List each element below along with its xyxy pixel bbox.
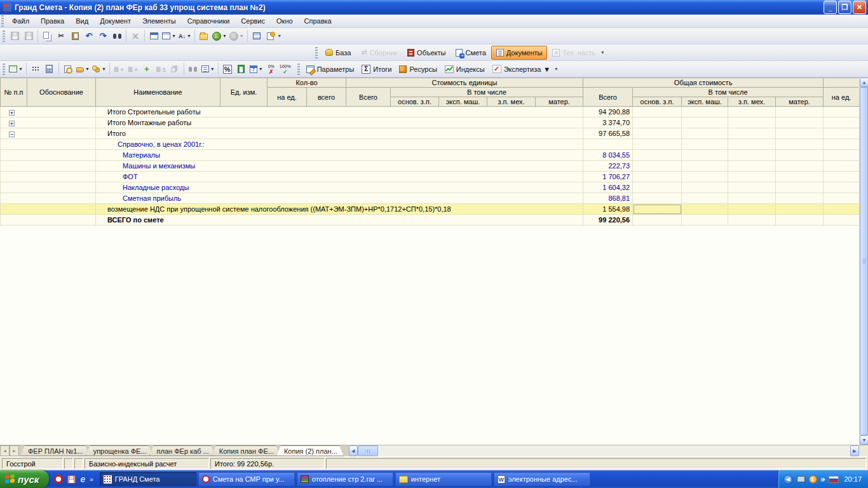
quick-launch-overflow-icon[interactable]: » bbox=[90, 476, 93, 483]
menu-edit[interactable]: Правка bbox=[35, 15, 70, 27]
restore-button[interactable]: ❐ bbox=[838, 1, 851, 14]
up-level-button[interactable] bbox=[197, 29, 211, 43]
price-button[interactable]: ▼ bbox=[75, 62, 91, 76]
internet-explorer-icon[interactable]: e bbox=[80, 474, 85, 484]
copy-row-button[interactable]: 🗍 bbox=[168, 62, 182, 76]
table-row[interactable]: Справочно, в ценах 2001г.: bbox=[1, 139, 860, 150]
expand-minus-icon[interactable]: − bbox=[9, 132, 15, 137]
toolbar-grip[interactable] bbox=[3, 30, 5, 42]
expand-plus-icon[interactable]: + bbox=[9, 121, 15, 126]
opera-icon[interactable] bbox=[54, 475, 63, 484]
resources-button[interactable]: Ресурсы bbox=[395, 62, 440, 76]
row-name[interactable]: Сметная прибыль bbox=[96, 193, 583, 204]
grid-view-button[interactable] bbox=[29, 62, 43, 76]
toolbar-grip[interactable] bbox=[315, 47, 318, 58]
toolbar-overflow-button[interactable]: ▾ bbox=[278, 34, 281, 37]
sort-button[interactable]: А↓▼ bbox=[177, 29, 193, 43]
add-section-button[interactable]: 🗎+ bbox=[126, 62, 140, 76]
menu-help[interactable]: Справка bbox=[299, 15, 337, 27]
start-button[interactable]: пуск bbox=[0, 470, 49, 488]
scroll-left-button[interactable]: ◀ bbox=[349, 445, 358, 456]
percent-button[interactable]: % bbox=[220, 62, 234, 76]
split-window-button[interactable] bbox=[250, 29, 264, 43]
search-position-button[interactable] bbox=[186, 62, 200, 76]
row-total[interactable]: 1 554,98 bbox=[583, 204, 633, 215]
scroll-down-button[interactable]: ▼ bbox=[860, 435, 868, 445]
nav-base-button[interactable]: База bbox=[320, 46, 356, 60]
toolbar-grip[interactable] bbox=[1, 15, 4, 27]
row-name[interactable]: Итого Монтажные работы bbox=[96, 118, 583, 128]
table-row[interactable]: − Итого 97 665,58 bbox=[1, 128, 860, 139]
forward-button[interactable]: →▼ bbox=[228, 29, 245, 43]
menu-view[interactable]: Вид bbox=[70, 15, 94, 27]
view-table-button[interactable]: ▼ bbox=[161, 29, 177, 43]
copy-button[interactable] bbox=[40, 29, 54, 43]
tab-scroll-left-button[interactable]: ◄ bbox=[0, 445, 10, 456]
keyboard-layout-flag-icon[interactable] bbox=[829, 476, 839, 483]
row-name[interactable]: Справочно, в ценах 2001г.: bbox=[96, 139, 583, 150]
tab-scroll-right-button[interactable]: ► bbox=[10, 445, 19, 456]
row-total[interactable]: 222,73 bbox=[583, 161, 633, 172]
delete-button[interactable]: ✕ bbox=[128, 29, 142, 43]
volume-icon[interactable]: 🕪 bbox=[821, 475, 825, 484]
tray-hide-icon[interactable]: ◀ bbox=[783, 475, 793, 484]
taskbar-button-grand-smeta[interactable]: ГРАНД Смета bbox=[100, 472, 196, 486]
nav-documents-button[interactable]: Документы bbox=[491, 46, 548, 60]
horizontal-scrollbar[interactable]: ◀ ▶ bbox=[349, 445, 868, 456]
notification-icon[interactable]: 1 bbox=[809, 475, 817, 484]
nav-tech-button[interactable]: AТех. часть bbox=[547, 46, 600, 60]
row-total[interactable]: 1 706,27 bbox=[583, 172, 633, 182]
sheet-tab-active[interactable]: Копия (2) план... bbox=[276, 445, 344, 456]
expertise-button[interactable]: ✓Экспертиза▼ bbox=[489, 62, 555, 76]
taskbar-button-winrar[interactable]: отопление стр 2.rar ... bbox=[297, 472, 393, 486]
insert-row-button[interactable]: 🗎± bbox=[154, 62, 168, 76]
toolbar-grip[interactable] bbox=[3, 64, 5, 75]
network-icon[interactable] bbox=[797, 476, 805, 482]
table-row[interactable]: Материалы 8 034,55 bbox=[1, 150, 860, 161]
menu-file[interactable]: Файл bbox=[6, 15, 35, 27]
add-position-button[interactable]: 🗎+ bbox=[112, 62, 126, 76]
row-total[interactable] bbox=[583, 139, 633, 150]
preview-button[interactable] bbox=[61, 62, 75, 76]
vertical-scroll-thumb[interactable] bbox=[860, 87, 868, 435]
toolbar-overflow-button[interactable]: ▾ bbox=[555, 67, 557, 71]
row-total[interactable]: 97 665,58 bbox=[583, 128, 633, 139]
table-row[interactable]: + Итого Строительные работы 94 290,88 bbox=[1, 107, 860, 118]
toolbar-grip[interactable] bbox=[297, 64, 300, 75]
row-total[interactable]: 1 604,32 bbox=[583, 182, 633, 193]
row-name[interactable]: Итого bbox=[96, 128, 583, 139]
paste-button[interactable] bbox=[68, 29, 82, 43]
taskbar-button-word[interactable]: W электронные адрес... bbox=[494, 472, 590, 486]
notes-button[interactable] bbox=[264, 29, 278, 43]
menu-elements[interactable]: Элементы bbox=[137, 15, 182, 27]
undo-button[interactable]: ↶ bbox=[82, 29, 96, 43]
vertical-scrollbar[interactable]: ▲ ▼ bbox=[859, 78, 868, 445]
row-name[interactable]: ФОТ bbox=[96, 172, 583, 182]
indexes-button[interactable]: Индексы bbox=[441, 62, 489, 76]
cut-button[interactable]: ✂ bbox=[54, 29, 68, 43]
nav-estimate-button[interactable]: Смета bbox=[451, 46, 491, 60]
close-button[interactable]: ✕ bbox=[853, 1, 866, 14]
back-button[interactable]: ←▼ bbox=[211, 29, 228, 43]
row-name[interactable]: ВСЕГО по смете bbox=[96, 215, 583, 226]
row-total[interactable]: 94 290,88 bbox=[583, 107, 633, 118]
menu-references[interactable]: Справочники bbox=[182, 15, 236, 27]
menu-document[interactable]: Документ bbox=[94, 15, 137, 27]
redo-button[interactable]: ↷ bbox=[96, 29, 110, 43]
minimize-button[interactable]: _ bbox=[824, 1, 837, 14]
table-row[interactable]: + Итого Монтажные работы 3 374,70 bbox=[1, 118, 860, 128]
estimate-sheet[interactable]: № п.п Обоснование Наименование Ед. изм. … bbox=[0, 78, 859, 445]
table-row[interactable]: Сметная прибыль 868,81 bbox=[1, 193, 860, 204]
nav-collection-button[interactable]: ⇄Сборник bbox=[356, 46, 402, 60]
expand-plus-icon[interactable]: + bbox=[9, 110, 15, 116]
menu-window[interactable]: Окно bbox=[271, 15, 299, 27]
sheet-tab[interactable]: Копия план ФЕ... bbox=[212, 445, 280, 456]
find-button[interactable] bbox=[110, 29, 124, 43]
row-name[interactable]: Машины и механизмы bbox=[96, 161, 583, 172]
taskbar-button-opera[interactable]: Смета на СМР при у... bbox=[198, 472, 295, 486]
row-total[interactable]: 8 034,55 bbox=[583, 150, 633, 161]
totals-button[interactable]: ΣИтоги bbox=[358, 62, 395, 76]
row-name[interactable]: Накладные расходы bbox=[96, 182, 583, 193]
journal-button[interactable] bbox=[234, 62, 248, 76]
row-total[interactable]: 99 220,56 bbox=[583, 215, 633, 226]
